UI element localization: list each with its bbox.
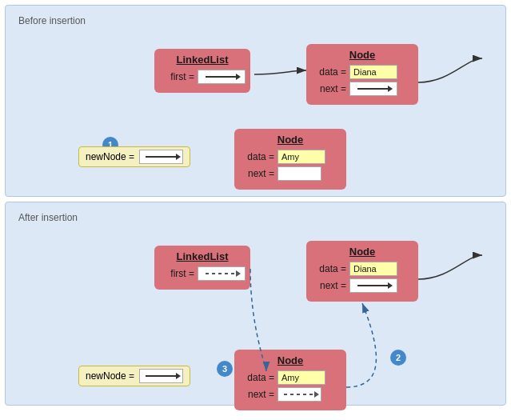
after-title: After insertion — [18, 212, 493, 223]
newnode-before: newNode = — [78, 146, 190, 167]
step3-circle: 3 — [217, 361, 233, 377]
amy-next-field-after — [277, 387, 321, 402]
diana-next-label-after: next = — [314, 280, 346, 291]
linkedlist-box-after: LinkedList first = — [154, 246, 250, 290]
amy-next-label-before: next = — [242, 168, 274, 179]
node-diana-title-after: Node — [314, 246, 410, 258]
diana-next-row: next = — [314, 82, 410, 96]
diana-next-field — [349, 82, 397, 96]
amy-next-label-after: next = — [242, 389, 274, 400]
newnode-label-after: newNode = — [86, 370, 134, 382]
amy-next-field-before — [277, 166, 321, 181]
amy-data-row-before: data = Amy — [242, 150, 338, 164]
amy-data-label-after: data = — [242, 372, 274, 383]
diana-data-label: data = — [314, 66, 346, 78]
newnode-label-before: newNode = — [86, 151, 134, 162]
node-diana-after: Node data = Diana next = — [306, 241, 418, 302]
after-insertion-panel: After insertion LinkedList first = Node … — [5, 202, 506, 406]
amy-data-field-after: Amy — [277, 370, 325, 385]
first-row-before: first = — [162, 70, 242, 84]
linkedlist-box-before: LinkedList first = — [154, 49, 250, 93]
amy-data-field-before: Amy — [277, 150, 325, 164]
first-row-after: first = — [162, 266, 242, 281]
node-amy-title-before: Node — [242, 134, 338, 146]
newnode-after: newNode = — [78, 366, 190, 386]
node-amy-title-after: Node — [242, 354, 338, 366]
newnode-field-before — [139, 150, 183, 164]
node-diana-before: Node data = Diana next = — [306, 44, 418, 105]
node-amy-before: Node data = Amy next = — [234, 129, 346, 190]
linkedlist-title-after: LinkedList — [162, 250, 242, 262]
linkedlist-title-before: LinkedList — [162, 54, 242, 66]
diana-data-field: Diana — [349, 65, 397, 79]
step2-circle: 2 — [390, 350, 406, 366]
diana-data-field-after: Diana — [349, 262, 397, 276]
before-title: Before insertion — [18, 15, 493, 26]
node-diana-title-before: Node — [314, 49, 410, 61]
diana-data-label-after: data = — [314, 263, 346, 274]
diana-data-row: data = Diana — [314, 65, 410, 79]
amy-data-row-after: data = Amy — [242, 370, 338, 385]
amy-next-row-after: next = — [242, 387, 338, 402]
diana-data-row-after: data = Diana — [314, 262, 410, 276]
amy-next-row-before: next = — [242, 166, 338, 181]
first-label-after: first = — [162, 268, 194, 279]
diana-next-row-after: next = — [314, 278, 410, 293]
first-label-before: first = — [162, 71, 194, 82]
before-insertion-panel: Before insertion LinkedList first = Node… — [5, 5, 506, 197]
first-field-before — [198, 70, 246, 84]
node-amy-after: Node data = Amy next = — [234, 350, 346, 410]
diana-next-label: next = — [314, 83, 346, 94]
diana-next-field-after — [349, 278, 397, 293]
first-field-after — [198, 266, 246, 281]
amy-data-label-before: data = — [242, 151, 274, 162]
newnode-field-after — [139, 369, 183, 383]
